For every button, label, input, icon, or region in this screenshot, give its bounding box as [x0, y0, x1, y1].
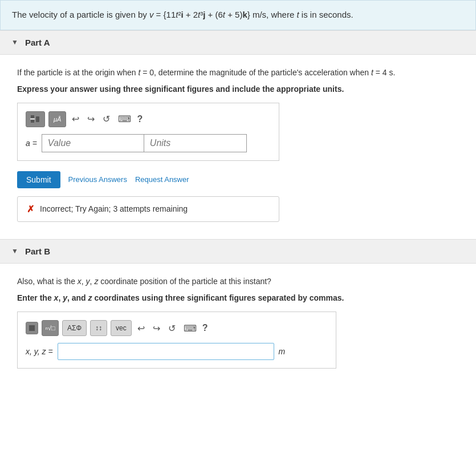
problem-header: The velocity of a particle is given by v… [0, 0, 476, 30]
part-a-instruction: Express your answer using three signific… [17, 84, 459, 94]
units-input[interactable] [144, 134, 247, 152]
value-input[interactable] [42, 134, 144, 152]
mu-angstrom-icon[interactable]: μÅ [48, 111, 66, 127]
part-a-answer-box: μÅ ↩ ↪ ↺ ⌨ ? a = [17, 103, 279, 161]
square-icon[interactable] [26, 322, 38, 334]
request-answer-link[interactable]: Request Answer [135, 175, 189, 184]
b-keyboard-icon[interactable]: ⌨ [181, 322, 199, 335]
part-a-input-label: a = [26, 139, 37, 148]
help-icon[interactable]: ? [137, 114, 143, 124]
feedback-box: ✗ Incorrect; Try Again; 3 attempts remai… [17, 196, 279, 222]
svg-rect-0 [31, 115, 34, 118]
reset-icon[interactable]: ↺ [100, 112, 112, 126]
part-b-toolbar: n√□ ΑΣΦ ↕↕ vec ↩ ↪ ↺ ⌨ ? [26, 320, 328, 336]
previous-answers-link[interactable]: Previous Answers [68, 175, 127, 184]
part-b-instruction: Enter the x, y, and z coordinates using … [17, 293, 459, 302]
part-b-section: ▼ Part B Also, what is the x, y, z coord… [0, 239, 476, 388]
part-a-chevron-icon: ▼ [11, 38, 18, 46]
b-reset-icon[interactable]: ↺ [166, 322, 178, 335]
part-a-action-row: Submit Previous Answers Request Answer [17, 171, 459, 188]
part-a-toolbar: μÅ ↩ ↪ ↺ ⌨ ? [26, 111, 271, 127]
fraction-icon[interactable] [26, 111, 45, 127]
b-redo-icon[interactable]: ↪ [150, 322, 162, 335]
redo-icon[interactable]: ↪ [85, 112, 97, 126]
svg-rect-1 [31, 120, 34, 123]
part-b-content: Also, what is the x, y, z coordinate pos… [0, 264, 476, 388]
part-b-answer-box: n√□ ΑΣΦ ↕↕ vec ↩ ↪ ↺ ⌨ ? x, y, z = m [17, 312, 336, 369]
feedback-text: Incorrect; Try Again; 3 attempts remaini… [40, 204, 188, 213]
nth-root-icon[interactable]: n√□ [42, 320, 59, 336]
part-b-chevron-icon: ▼ [11, 247, 18, 255]
keyboard-icon[interactable]: ⌨ [116, 112, 133, 126]
b-undo-icon[interactable]: ↩ [135, 322, 147, 335]
xyz-input[interactable] [58, 343, 274, 360]
problem-text: The velocity of a particle is given by v… [12, 10, 353, 19]
svg-rect-3 [36, 116, 39, 122]
part-b-label: Part B [25, 246, 50, 256]
part-a-label: Part A [25, 38, 50, 47]
part-a-section: ▼ Part A If the particle is at the origi… [0, 30, 476, 239]
part-b-unit: m [279, 347, 286, 356]
part-a-input-row: a = [26, 134, 271, 152]
submit-button[interactable]: Submit [17, 171, 60, 188]
part-b-question: Also, what is the x, y, z coordinate pos… [17, 275, 459, 288]
arrows-icon[interactable]: ↕↕ [90, 320, 107, 336]
svg-rect-4 [29, 325, 35, 331]
undo-icon[interactable]: ↩ [70, 112, 82, 126]
vec-icon[interactable]: vec [111, 320, 132, 336]
part-b-input-row: x, y, z = m [26, 343, 328, 360]
part-b-input-label: x, y, z = [26, 347, 53, 356]
part-b-header[interactable]: ▼ Part B [0, 240, 476, 264]
part-a-question: If the particle is at the origin when t … [17, 66, 459, 79]
incorrect-icon: ✗ [27, 204, 34, 215]
b-help-icon[interactable]: ? [202, 323, 208, 333]
part-a-content: If the particle is at the origin when t … [0, 55, 476, 239]
part-a-header[interactable]: ▼ Part A [0, 31, 476, 55]
greek-symbols-icon[interactable]: ΑΣΦ [62, 320, 87, 336]
